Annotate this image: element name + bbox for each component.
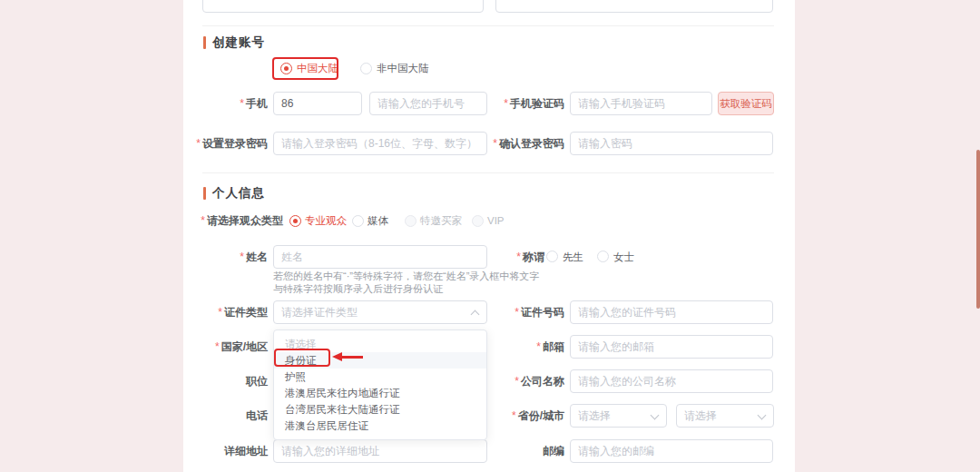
radio-vip[interactable]	[472, 215, 484, 227]
section-accent-bar	[203, 187, 206, 200]
personal-info-title: 个人信息	[212, 187, 265, 200]
required-star: *	[215, 340, 220, 353]
audience-type-label: *请选择观众类型	[172, 209, 283, 232]
set-password-label: *设置登录密码	[145, 132, 268, 155]
required-star: *	[201, 214, 205, 227]
section-accent-bar	[203, 36, 206, 49]
city-select[interactable]: 请选择	[676, 404, 774, 428]
create-account-title: 创建账号	[212, 36, 265, 49]
radio-mr-label[interactable]: 先生	[563, 245, 583, 269]
radio-vip-label[interactable]: VIP	[487, 209, 505, 232]
radio-invited-buyer-label[interactable]: 特邀买家	[420, 209, 462, 232]
top-cutoff-input-left[interactable]	[202, 0, 484, 13]
required-star: *	[493, 137, 497, 150]
required-star: *	[514, 306, 519, 319]
radio-invited-buyer[interactable]	[405, 215, 416, 227]
telephone-label: 电话	[145, 404, 268, 428]
salutation-label: *称谓	[481, 245, 544, 269]
id-type-label: *证件类型	[145, 300, 268, 324]
country-region-label: *国家/地区	[145, 335, 268, 359]
radio-ms-label[interactable]: 女士	[613, 245, 634, 269]
id-number-label: *证件号码	[426, 300, 564, 324]
required-star: *	[514, 375, 519, 388]
annotation-box-id-card	[274, 349, 330, 367]
name-hint-line1: 若您的姓名中有“·”等特殊字符，请您在“姓名”录入框中将文字	[273, 270, 539, 282]
required-star: *	[504, 97, 508, 110]
address-label: 详细地址	[145, 439, 268, 463]
postcode-label: 邮编	[426, 439, 564, 463]
province-select[interactable]: 请选择	[570, 404, 667, 428]
radio-professional-visitor-label[interactable]: 专业观众	[305, 209, 347, 232]
required-star: *	[516, 251, 521, 263]
annotation-arrow-icon	[332, 352, 342, 361]
sms-code-label: *手机验证码	[426, 92, 564, 115]
required-star: *	[240, 97, 244, 110]
city-select-placeholder: 请选择	[684, 405, 717, 427]
chevron-down-icon	[651, 411, 660, 420]
dropdown-option-passport[interactable]: 护照	[274, 369, 486, 385]
dropdown-option-taiwan-permit[interactable]: 台湾居民来往大陆通行证	[274, 401, 486, 418]
sms-code-input[interactable]	[570, 92, 712, 115]
confirm-password-input[interactable]	[570, 132, 773, 155]
radio-media[interactable]	[352, 215, 364, 227]
email-input[interactable]	[570, 335, 773, 359]
required-star: *	[536, 340, 541, 353]
dropdown-option-hk-macau-permit[interactable]: 港澳居民来往内地通行证	[274, 385, 486, 401]
position-label: 职位	[145, 369, 268, 393]
radio-mr[interactable]	[546, 251, 558, 262]
name-hint-line2: 与特殊字符按顺序录入后进行身份认证	[273, 282, 443, 295]
required-star: *	[196, 137, 201, 150]
id-type-dropdown: 请选择 身份证 护照 港澳居民来往内地通行证 台湾居民来往大陆通行证 港澳台居民…	[273, 329, 487, 440]
radio-professional-visitor[interactable]	[289, 215, 301, 227]
required-star: *	[240, 251, 244, 263]
name-input[interactable]	[273, 245, 487, 269]
radio-non-china-mainland-label[interactable]: 非中国大陆	[377, 57, 429, 80]
chevron-down-icon	[758, 411, 767, 420]
annotation-box-region	[272, 57, 338, 80]
section-divider	[202, 172, 774, 173]
section-divider	[202, 25, 774, 26]
id-type-select-placeholder: 请选择证件类型	[281, 301, 358, 323]
top-cutoff-input-right[interactable]	[495, 0, 773, 13]
phone-country-code-input[interactable]	[273, 92, 362, 115]
phone-label: *手机	[145, 92, 268, 115]
dropdown-option-residence-permit[interactable]: 港澳台居民居住证	[274, 418, 486, 434]
required-star: *	[218, 306, 222, 319]
id-number-input[interactable]	[570, 300, 773, 324]
radio-non-china-mainland[interactable]	[360, 63, 372, 74]
name-label: *姓名	[145, 245, 268, 269]
required-star: *	[512, 409, 516, 422]
radio-media-label[interactable]: 媒体	[368, 209, 388, 232]
radio-ms[interactable]	[597, 251, 609, 262]
annotation-arrow-line	[342, 356, 363, 359]
postcode-input[interactable]	[570, 439, 773, 463]
get-sms-code-button[interactable]: 获取验证码	[718, 92, 774, 115]
province-select-placeholder: 请选择	[578, 405, 611, 427]
scrollbar-thumb[interactable]	[976, 150, 980, 309]
company-input[interactable]	[570, 369, 773, 393]
confirm-password-label: *确认登录密码	[426, 132, 564, 155]
